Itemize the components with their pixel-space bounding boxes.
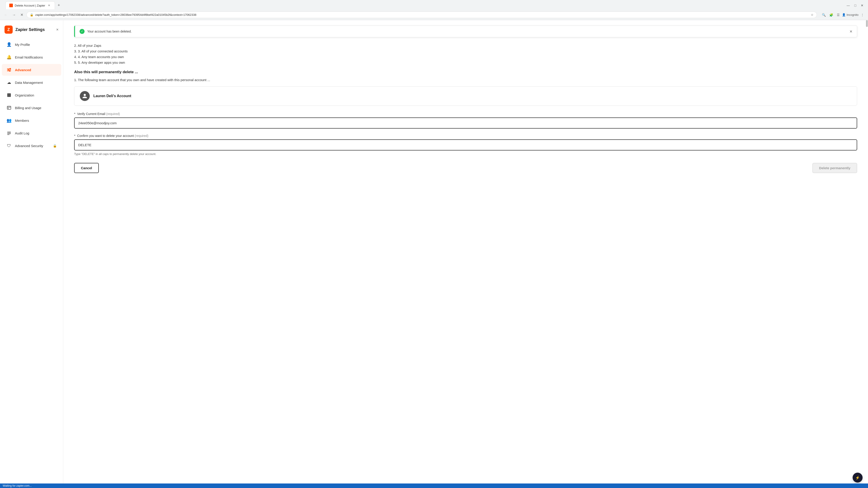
cancel-button[interactable]: Cancel <box>74 163 99 173</box>
sidebar-item-label: My Profile <box>15 43 30 46</box>
sidebar-item-label: Audit Log <box>15 131 29 135</box>
email-notifications-icon: 🔔 <box>6 55 12 60</box>
delete-list-item: 5. Any developer apps you own <box>74 60 857 65</box>
svg-rect-9 <box>7 93 11 97</box>
sidebar-item-my-profile[interactable]: 👤 My Profile <box>2 39 61 51</box>
browser-titlebar: Delete Account | Zapier ✕ + — □ ✕ <box>0 0 868 11</box>
also-delete-heading: Also this will permanently delete ... <box>74 70 857 74</box>
confirm-delete-label: * Confirm you want to delete your accoun… <box>74 134 857 138</box>
incognito-indicator: 👤 Incognito <box>842 12 859 18</box>
sidebar-item-label: Data Management <box>15 80 43 85</box>
url-text: zapier.com/app/settings/17062338/advance… <box>35 13 809 17</box>
sidebar-item-label: Members <box>15 119 29 123</box>
browser-action-buttons: 🔍 🧩 ☰ 👤 Incognito ⋮ <box>820 12 865 18</box>
members-icon: 👥 <box>6 118 12 123</box>
close-settings-button[interactable]: × <box>56 27 59 32</box>
banner-close-button[interactable]: ✕ <box>849 29 852 34</box>
verify-email-field-group: * Verify Current Email (required) <box>74 112 857 129</box>
status-text: Waiting for zapier.com... <box>3 484 32 487</box>
forward-button[interactable]: → <box>11 12 17 18</box>
app-container: Z Zapier Settings × 👤 My Profile 🔔 Email… <box>0 20 868 488</box>
data-management-icon: ☁ <box>6 80 12 85</box>
delete-list-item: 3. All of your connected accounts <box>74 48 857 54</box>
main-content: ✓ Your account has been deleted. ✕ All o… <box>63 20 868 178</box>
new-tab-button[interactable]: + <box>56 2 62 8</box>
sidebar-item-label: Advanced <box>15 68 31 72</box>
account-avatar <box>80 91 90 101</box>
billing-icon <box>6 105 12 110</box>
success-banner: ✓ Your account has been deleted. ✕ <box>74 26 857 37</box>
sidebar-item-label: Advanced Security <box>15 144 43 148</box>
delete-permanently-button[interactable]: Delete permanently <box>812 163 857 173</box>
address-bar[interactable]: 🔒 zapier.com/app/settings/17062338/advan… <box>26 11 817 18</box>
lock-icon: 🔒 <box>30 13 33 17</box>
sidebar: Z Zapier Settings × 👤 My Profile 🔔 Email… <box>0 20 63 488</box>
scrollbar-track[interactable] <box>866 20 868 488</box>
confirm-delete-hint: Type "DELETE" in all caps to permanently… <box>74 152 857 156</box>
address-bar-row: ← → ✕ 🔒 zapier.com/app/settings/17062338… <box>0 11 868 20</box>
browser-tab[interactable]: Delete Account | Zapier ✕ <box>5 1 55 9</box>
my-profile-icon: 👤 <box>6 42 12 47</box>
browser-chrome: Delete Account | Zapier ✕ + — □ ✕ ← → ✕ … <box>0 0 868 20</box>
search-button[interactable]: 🔍 <box>820 12 827 18</box>
sidebar-item-billing[interactable]: Billing and Usage <box>2 102 61 113</box>
verify-email-input[interactable] <box>74 118 857 129</box>
menu-button[interactable]: ⋮ <box>860 12 865 18</box>
status-bar: Waiting for zapier.com... <box>0 484 868 488</box>
close-window-button[interactable]: ✕ <box>859 3 865 8</box>
main-content-wrapper: ✓ Your account has been deleted. ✕ All o… <box>63 20 868 488</box>
sidebar-item-organization[interactable]: Organization <box>2 89 61 101</box>
confirm-delete-label-text: Confirm you want to delete your account <box>77 134 134 138</box>
required-indicator: (required) <box>135 134 149 138</box>
reader-mode-button[interactable]: ☰ <box>835 12 841 18</box>
svg-rect-10 <box>7 106 11 109</box>
tab-bar: Delete Account | Zapier ✕ + <box>3 1 64 9</box>
minimize-button[interactable]: — <box>845 3 852 8</box>
advanced-security-icon: 🛡 <box>6 143 12 149</box>
sidebar-item-label: Billing and Usage <box>15 106 41 110</box>
sidebar-item-audit-log[interactable]: Audit Log <box>2 127 61 139</box>
tab-close-button[interactable]: ✕ <box>47 3 51 7</box>
extensions-button[interactable]: 🧩 <box>828 12 835 18</box>
delete-items-list: All of your Zaps 3. All of your connecte… <box>74 43 857 65</box>
action-buttons-row: Cancel Delete permanently <box>74 163 857 173</box>
organization-icon <box>6 92 12 98</box>
reload-button[interactable]: ✕ <box>19 12 25 18</box>
delete-list-item: 4. Any team accounts you own <box>74 54 857 60</box>
support-button[interactable]: ⚡ <box>852 473 863 483</box>
confirm-delete-field-group: * Confirm you want to delete your accoun… <box>74 134 857 156</box>
sidebar-item-data-management[interactable]: ☁ Data Management <box>2 76 61 88</box>
sidebar-item-members[interactable]: 👥 Members <box>2 115 61 126</box>
tab-favicon <box>9 4 13 7</box>
sidebar-item-advanced-security[interactable]: 🛡 Advanced Security 🔒 <box>2 140 61 152</box>
audit-log-icon <box>6 130 12 136</box>
account-name: Lauren Deli's Account <box>93 94 131 98</box>
required-marker: * <box>74 112 75 116</box>
sidebar-item-label: Organization <box>15 93 34 97</box>
scrollbar-thumb[interactable] <box>866 20 868 27</box>
account-card: Lauren Deli's Account <box>74 86 857 106</box>
zapier-logo: Z <box>4 26 13 34</box>
incognito-label: Incognito <box>846 13 859 17</box>
advanced-icon <box>6 67 12 72</box>
required-marker: * <box>74 134 75 138</box>
delete-list-item: All of your Zaps <box>74 43 857 48</box>
sidebar-item-label: Email Notifications <box>15 55 43 59</box>
star-icon[interactable]: ☆ <box>811 13 813 17</box>
support-icon: ⚡ <box>855 476 860 480</box>
success-message: Your account has been deleted. <box>87 30 847 33</box>
verify-email-label-text: Verify Current Email <box>77 112 105 116</box>
window-controls: — □ ✕ <box>845 3 865 8</box>
content-body: All of your Zaps 3. All of your connecte… <box>74 43 857 173</box>
app-header: Z Zapier Settings × <box>0 23 63 38</box>
maximize-button[interactable]: □ <box>852 3 858 8</box>
tab-title: Delete Account | Zapier <box>15 4 45 7</box>
lock-badge-icon: 🔒 <box>53 144 57 148</box>
sidebar-navigation: 👤 My Profile 🔔 Email Notifications <box>0 38 63 485</box>
sidebar-item-advanced[interactable]: Advanced <box>2 64 61 76</box>
verify-email-label: * Verify Current Email (required) <box>74 112 857 116</box>
sidebar-item-email-notifications[interactable]: 🔔 Email Notifications <box>2 51 61 63</box>
confirm-delete-input[interactable] <box>74 139 857 151</box>
back-button[interactable]: ← <box>3 12 9 18</box>
also-delete-items: 1. The following team account that you o… <box>74 77 857 83</box>
